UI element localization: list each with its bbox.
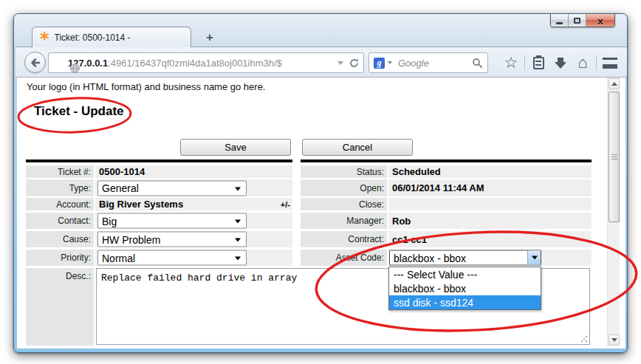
- close-value: [388, 198, 592, 210]
- google-engine-icon[interactable]: g: [374, 58, 385, 69]
- field-label: Status:: [301, 165, 387, 178]
- field-label: Type:: [26, 179, 94, 196]
- title-bar: x * Ticket: 0500-1014 - +: [14, 14, 627, 47]
- hamburger-icon: [603, 58, 617, 69]
- ticket-number-row: Ticket #: 0500-1014: [26, 165, 292, 178]
- bookmarks-clipboard-icon: [533, 57, 544, 69]
- field-label: Ticket #:: [26, 165, 94, 178]
- priority-select[interactable]: Normal: [97, 250, 247, 266]
- contact-select-value: Big: [102, 215, 117, 227]
- menu-button[interactable]: [599, 58, 621, 69]
- resize-grip-icon[interactable]: [580, 335, 588, 343]
- contract-row: Contract: cc1 cc1: [301, 231, 592, 247]
- triangle-up-icon: [611, 82, 617, 86]
- account-row: Account: Big River Systems +/-: [26, 198, 292, 210]
- status-row: Status: Scheduled: [301, 165, 592, 178]
- vertical-scrollbar[interactable]: [607, 78, 620, 346]
- url-bar[interactable]: 127.0.0.1:4961/16437qf0zml4da1at8oj001ih…: [48, 52, 364, 73]
- save-button[interactable]: Save: [180, 139, 291, 156]
- cancel-button[interactable]: Cancel: [302, 139, 413, 156]
- minimize-icon: [556, 22, 563, 24]
- asset-dropdown-button[interactable]: [527, 251, 541, 265]
- account-plus-minus-toggle[interactable]: +/-: [281, 200, 290, 209]
- browser-window: x * Ticket: 0500-1014 - + 127.0.0.1:4961…: [13, 13, 628, 353]
- contract-value: cc1 cc1: [388, 231, 592, 247]
- toolbar-separator: [524, 55, 525, 70]
- navigation-toolbar: 127.0.0.1:4961/16437qf0zml4da1at8oj001ih…: [16, 47, 627, 78]
- status-value: Scheduled: [388, 165, 592, 178]
- minimize-button[interactable]: [551, 14, 569, 27]
- search-bar[interactable]: g Google: [369, 52, 488, 73]
- reload-icon[interactable]: [349, 58, 360, 69]
- bookmarks-menu-button[interactable]: [527, 57, 549, 69]
- field-label: Open:: [301, 179, 387, 196]
- priority-row: Priority: Normal: [26, 250, 292, 266]
- field-label: Contract:: [301, 231, 387, 247]
- field-label: Priority:: [26, 250, 94, 266]
- toolbar-separator: [596, 55, 597, 70]
- close-button[interactable]: x: [586, 14, 614, 27]
- chevron-down-icon: [235, 187, 241, 190]
- asset-code-row: Asset Code: blackbox - bbox: [301, 250, 592, 266]
- back-button[interactable]: [24, 52, 46, 73]
- home-icon: ⌂: [577, 55, 587, 70]
- chevron-down-icon: [235, 238, 241, 242]
- url-history-dropdown-icon[interactable]: [337, 61, 343, 65]
- scrollbar-grip-icon: [611, 154, 617, 160]
- ticket-number-value: 0500-1014: [95, 165, 292, 178]
- chevron-down-icon: [532, 256, 538, 260]
- dropdown-option-highlighted[interactable]: ssd disk - ssd124: [389, 295, 541, 309]
- account-value: Big River Systems +/-: [95, 198, 292, 210]
- engine-dropdown-icon[interactable]: [388, 61, 392, 64]
- ticket-form-right-column: Status: Scheduled Open: 06/01/2014 11:44…: [301, 159, 592, 268]
- field-label: Account:: [26, 198, 94, 210]
- search-placeholder: Google: [395, 58, 469, 69]
- asterisk-favicon-icon: *: [40, 34, 49, 44]
- asset-code-dropdown-list: --- Select Value --- blackbox - bbox ssd…: [388, 267, 541, 310]
- cause-select-value: HW Problem: [102, 233, 160, 245]
- open-row: Open: 06/01/2014 11:44 AM: [301, 179, 592, 196]
- dropdown-option[interactable]: blackbox - bbox: [389, 281, 541, 295]
- field-label: Cause:: [26, 231, 94, 247]
- logo-placeholder-text: Your logo (in HTML format) and business …: [27, 81, 265, 92]
- cause-select[interactable]: HW Problem: [97, 232, 247, 247]
- type-select-value: General: [102, 182, 139, 194]
- page-content: Your logo (in HTML format) and business …: [17, 78, 625, 348]
- asset-code-select[interactable]: blackbox - bbox: [389, 250, 541, 266]
- scrollbar-thumb[interactable]: [609, 92, 620, 222]
- asset-code-select-value: blackbox - bbox: [394, 252, 466, 264]
- manager-value: Rob: [388, 213, 592, 229]
- window-controls: x: [550, 14, 615, 27]
- url-text: 127.0.0.1:4961/16437qf0zml4da1at8oj001ih…: [68, 58, 282, 69]
- chevron-down-icon: [235, 257, 241, 261]
- tab-title: Ticket: 0500-1014 -: [55, 32, 131, 43]
- bookmark-star-button[interactable]: ☆: [500, 55, 522, 70]
- new-tab-button[interactable]: +: [200, 30, 219, 46]
- field-label: Desc.:: [26, 268, 94, 346]
- field-label: Close:: [301, 198, 387, 210]
- maximize-button[interactable]: [569, 14, 586, 27]
- priority-select-value: Normal: [102, 252, 135, 264]
- page-title: Ticket - Update: [34, 104, 124, 119]
- chevron-down-icon: [235, 220, 241, 224]
- close-row: Close:: [301, 198, 592, 210]
- triangle-down-icon: [611, 338, 617, 342]
- contact-row: Contact: Big: [26, 213, 292, 229]
- scroll-up-button[interactable]: [609, 78, 620, 89]
- field-label: Contact:: [26, 213, 94, 229]
- download-arrow-icon: [555, 62, 566, 69]
- globe-icon: [69, 63, 80, 74]
- manager-row: Manager: Rob: [301, 213, 592, 229]
- home-button[interactable]: ⌂: [572, 55, 594, 70]
- browser-tab[interactable]: * Ticket: 0500-1014 -: [32, 27, 191, 47]
- contact-select[interactable]: Big: [97, 213, 247, 229]
- scroll-down-button[interactable]: [609, 334, 620, 346]
- toolbar-icon-group: ☆ ⌂: [500, 47, 621, 78]
- search-magnifier-icon[interactable]: [472, 58, 483, 69]
- open-value: 06/01/2014 11:44 AM: [388, 179, 592, 196]
- type-select[interactable]: General: [97, 180, 247, 196]
- downloads-button[interactable]: [549, 57, 572, 69]
- dropdown-option[interactable]: --- Select Value ---: [389, 267, 541, 281]
- cause-row: Cause: HW Problem: [26, 231, 292, 247]
- field-label: Asset Code:: [301, 250, 387, 266]
